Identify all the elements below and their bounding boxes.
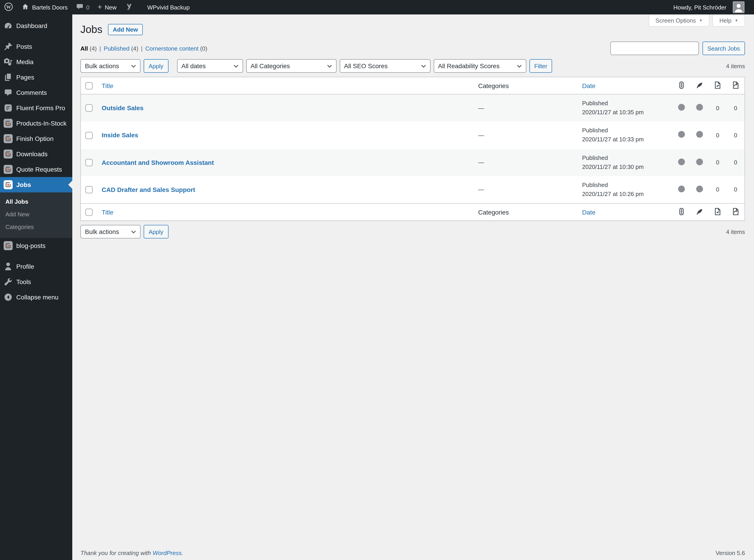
outgoing-links-count: 0 xyxy=(727,149,745,176)
yoast-seo-menu[interactable] xyxy=(121,0,137,15)
help-button[interactable]: Help ▼ xyxy=(713,15,745,27)
filter-button[interactable]: Filter xyxy=(529,59,552,73)
collapse-icon xyxy=(0,293,16,302)
dates-filter-select[interactable]: All dates xyxy=(177,59,243,73)
wordpress-logo-icon: W xyxy=(4,2,13,13)
row-checkbox[interactable] xyxy=(85,159,93,166)
media-icon xyxy=(0,57,16,66)
row-checkbox[interactable] xyxy=(85,132,93,139)
site-name-menu[interactable]: Bartels Doors xyxy=(17,0,72,15)
wrench-icon xyxy=(0,277,16,286)
sidebar-item-comments[interactable]: Comments xyxy=(0,85,72,100)
incoming-links-count: 0 xyxy=(709,149,727,176)
bulk-actions-select[interactable]: Bulk actions xyxy=(80,59,140,73)
submenu-item-all-jobs[interactable]: All Jobs xyxy=(0,196,72,208)
collapse-menu-button[interactable]: Collapse menu xyxy=(0,289,72,305)
sort-by-title[interactable]: Title xyxy=(102,208,113,216)
wordpress-logo-menu[interactable]: W xyxy=(0,0,17,15)
sidebar-label: Tools xyxy=(16,278,31,286)
sidebar-item-tools[interactable]: Tools xyxy=(0,274,72,289)
add-new-button[interactable]: Add New xyxy=(108,24,143,35)
post-status: Published xyxy=(582,126,668,135)
sidebar-item-media[interactable]: Media xyxy=(0,54,72,69)
apply-button[interactable]: Apply xyxy=(144,59,168,73)
sidebar-item-dashboard[interactable]: Dashboard xyxy=(0,18,72,34)
view-cornerstone-link[interactable]: Cornerstone content xyxy=(145,45,199,52)
select-all-checkbox[interactable] xyxy=(85,209,93,216)
view-all-link[interactable]: All xyxy=(80,45,88,52)
items-count: 4 items xyxy=(726,63,745,69)
wpvivid-backup-menu[interactable]: WPvivid Backup xyxy=(143,0,194,15)
job-title-link[interactable]: Inside Sales xyxy=(102,132,138,139)
cpt-icon xyxy=(0,180,16,189)
date-cell: Published 2020/11/27 at 10:26 pm xyxy=(578,176,672,204)
view-published-link[interactable]: Published xyxy=(104,45,130,52)
sidebar-item-posts[interactable]: Posts xyxy=(0,39,72,54)
sidebar-item-quote-requests[interactable]: Quote Requests xyxy=(0,162,72,177)
outgoing-links-column-icon xyxy=(732,207,739,215)
post-date: 2020/11/27 at 10:33 pm xyxy=(582,135,668,144)
apply-button-bottom[interactable]: Apply xyxy=(144,225,168,238)
sort-by-title[interactable]: Title xyxy=(102,82,113,89)
admin-sidebar: Dashboard Posts Media Pages Comments xyxy=(0,15,72,560)
submenu-item-add-new[interactable]: Add New xyxy=(0,208,72,221)
comments-menu[interactable]: 0 xyxy=(72,0,94,15)
sidebar-item-profile[interactable]: Profile xyxy=(0,259,72,274)
sidebar-item-jobs[interactable]: Jobs xyxy=(0,177,72,193)
seo-scores-filter-select[interactable]: All SEO Scores xyxy=(339,59,430,73)
cpt-icon xyxy=(0,119,16,128)
bulk-actions-select-bottom[interactable]: Bulk actions xyxy=(80,225,140,238)
view-all-count: (4) xyxy=(90,45,97,52)
sidebar-label: Finish Option xyxy=(16,135,54,143)
screen-options-button[interactable]: Screen Options ▼ xyxy=(649,15,710,27)
search-input[interactable] xyxy=(610,42,699,55)
categories-cell: — xyxy=(474,94,578,122)
footer-thanks: Thank you for creating with WordPress. xyxy=(80,549,183,556)
chevron-down-icon xyxy=(327,64,332,67)
chevron-down-icon xyxy=(517,64,521,67)
job-title-link[interactable]: Outside Sales xyxy=(102,104,143,112)
account-menu[interactable]: Howdy, Pit Schröder xyxy=(669,0,749,15)
categories-cell: — xyxy=(474,176,578,204)
sort-by-date[interactable]: Date xyxy=(582,208,595,216)
readability-score-dot xyxy=(696,158,703,165)
tablenav-bottom: Bulk actions Apply 4 items xyxy=(80,225,745,238)
job-title-link[interactable]: CAD Drafter and Sales Support xyxy=(102,186,195,193)
chevron-down-icon xyxy=(131,230,136,233)
sidebar-item-fluent-forms[interactable]: Fluent Forms Pro xyxy=(0,100,72,116)
sidebar-item-products-in-stock[interactable]: Products-In-Stock xyxy=(0,116,72,131)
sort-by-date[interactable]: Date xyxy=(582,82,595,89)
row-checkbox[interactable] xyxy=(85,104,93,112)
sidebar-label: Quote Requests xyxy=(16,165,62,174)
sidebar-item-downloads[interactable]: Downloads xyxy=(0,146,72,162)
dashboard-icon xyxy=(0,21,16,30)
categories-cell: — xyxy=(474,122,578,149)
select-all-checkbox[interactable] xyxy=(85,82,93,89)
sidebar-label: Downloads xyxy=(16,150,48,158)
post-status: Published xyxy=(582,99,668,108)
howdy-text: Howdy, Pit Schröder xyxy=(673,4,727,11)
sidebar-item-pages[interactable]: Pages xyxy=(0,69,72,85)
table-row: CAD Drafter and Sales Support — Publishe… xyxy=(81,176,745,204)
seo-score-dot xyxy=(678,131,685,138)
sidebar-item-blog-posts[interactable]: blog-posts xyxy=(0,238,72,253)
new-content-menu[interactable]: + New xyxy=(94,0,121,15)
admin-footer: Thank you for creating with WordPress. V… xyxy=(80,549,745,556)
row-checkbox[interactable] xyxy=(85,186,93,194)
search-jobs-button[interactable]: Search Jobs xyxy=(702,42,745,55)
wordpress-link[interactable]: WordPress xyxy=(153,549,182,556)
incoming-links-column-icon xyxy=(714,207,721,215)
seo-score-dot xyxy=(678,158,685,165)
readability-scores-filter-select[interactable]: All Readability Scores xyxy=(434,59,526,73)
submenu-item-categories[interactable]: Categories xyxy=(0,221,72,234)
table-row: Inside Sales — Published 2020/11/27 at 1… xyxy=(81,122,745,149)
categories-cell: — xyxy=(474,149,578,176)
outgoing-links-count: 0 xyxy=(727,94,745,122)
sidebar-item-finish-option[interactable]: Finish Option xyxy=(0,131,72,146)
seo-score-dot xyxy=(678,104,685,111)
sidebar-label: Dashboard xyxy=(16,22,47,30)
jobs-submenu: All Jobs Add New Categories xyxy=(0,193,72,238)
categories-filter-select[interactable]: All Categories xyxy=(246,59,336,73)
job-title-link[interactable]: Accountant and Showroom Assistant xyxy=(102,159,214,166)
readability-score-dot xyxy=(696,104,703,111)
